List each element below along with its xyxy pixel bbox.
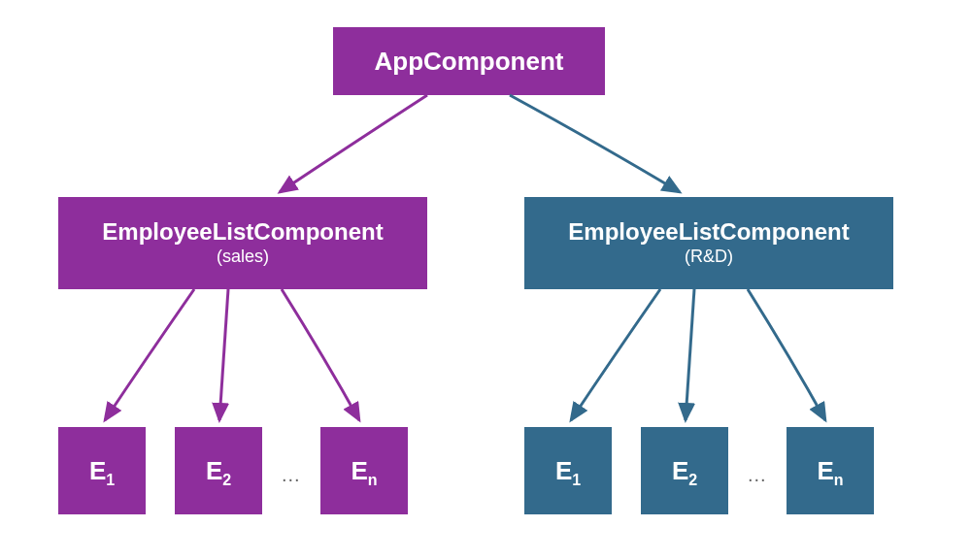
employee-list-sales-subtitle: (sales)	[217, 247, 269, 267]
rnd-ellipsis: ...	[748, 464, 767, 486]
rnd-en-label: En	[817, 456, 843, 486]
edge-rnd-to-e2	[686, 289, 694, 420]
sales-e1-label: E1	[89, 456, 115, 486]
employee-list-rnd-subtitle: (R&D)	[685, 247, 733, 267]
rnd-e1-label: E1	[555, 456, 581, 486]
edge-sales-to-e2	[219, 289, 228, 420]
edge-sales-to-e1	[105, 289, 194, 420]
edge-app-to-rnd	[510, 95, 680, 192]
edge-sales-to-en	[282, 289, 359, 420]
sales-en-node: En	[320, 427, 408, 514]
rnd-e1-node: E1	[524, 427, 612, 514]
rnd-e2-node: E2	[641, 427, 728, 514]
rnd-e2-label: E2	[672, 456, 697, 486]
sales-ellipsis: ...	[282, 464, 301, 486]
sales-en-label: En	[351, 456, 377, 486]
employee-list-sales-title: EmployeeListComponent	[102, 219, 383, 245]
edge-rnd-to-en	[748, 289, 825, 420]
employee-list-rnd-node: EmployeeListComponent (R&D)	[524, 197, 893, 289]
employee-list-rnd-title: EmployeeListComponent	[568, 219, 849, 245]
edge-rnd-to-e1	[571, 289, 660, 420]
sales-e2-node: E2	[175, 427, 262, 514]
sales-e2-label: E2	[206, 456, 231, 486]
app-component-node: AppComponent	[333, 27, 605, 95]
app-component-label: AppComponent	[375, 47, 564, 77]
sales-e1-node: E1	[58, 427, 146, 514]
employee-list-sales-node: EmployeeListComponent (sales)	[58, 197, 427, 289]
edge-app-to-sales	[280, 95, 427, 192]
rnd-en-node: En	[787, 427, 874, 514]
